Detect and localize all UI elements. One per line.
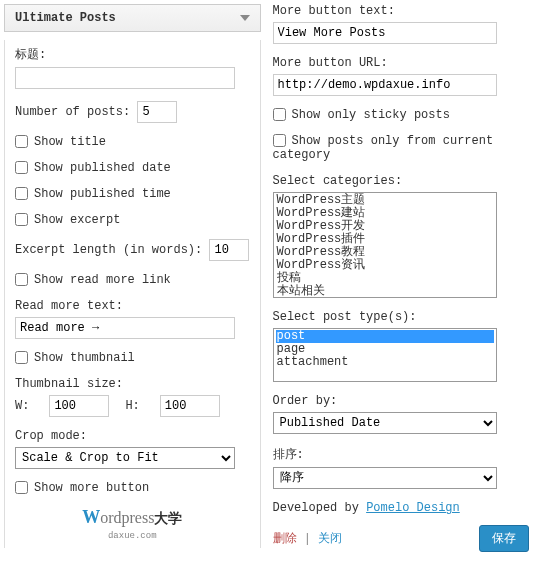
show-pub-time-label: Show published time	[34, 187, 171, 201]
show-more-btn-checkbox[interactable]	[15, 481, 28, 494]
sticky-only-checkbox[interactable]	[273, 108, 286, 121]
show-pub-time-checkbox[interactable]	[15, 187, 28, 200]
sel-types-label: Select post type(s):	[273, 310, 530, 324]
title-field: 标题:	[15, 46, 250, 89]
more-url-input[interactable]	[273, 74, 497, 96]
list-item[interactable]: 本站相关	[276, 285, 494, 298]
show-excerpt-checkbox[interactable]	[15, 213, 28, 226]
list-item[interactable]: attachment	[276, 356, 494, 369]
action-links: 删除 | 关闭	[273, 530, 343, 547]
sort-field: 排序: 降序	[273, 446, 530, 489]
more-url-label: More button URL:	[273, 56, 530, 70]
show-thumb-checkbox[interactable]	[15, 351, 28, 364]
excerpt-len-input[interactable]	[209, 239, 249, 261]
show-read-more-checkbox[interactable]	[15, 273, 28, 286]
save-button[interactable]: 保存	[479, 525, 529, 552]
more-btn-field: More button text:	[273, 4, 530, 44]
categories-multiselect[interactable]: WordPress主题 WordPress建站 WordPress开发 Word…	[273, 192, 497, 298]
more-btn-label: More button text:	[273, 4, 530, 18]
widget-title-text: Ultimate Posts	[15, 11, 116, 25]
close-link[interactable]: 关闭	[318, 532, 342, 546]
show-title-label: Show title	[34, 135, 106, 149]
types-multiselect[interactable]: post page attachment	[273, 328, 497, 382]
list-item[interactable]: post	[276, 330, 494, 343]
more-url-field: More button URL:	[273, 56, 530, 96]
show-pub-date-checkbox[interactable]	[15, 161, 28, 174]
widget-header[interactable]: Ultimate Posts	[4, 4, 261, 32]
thumb-h-input[interactable]	[160, 395, 220, 417]
order-by-field: Order by: Published Date	[273, 394, 530, 434]
excerpt-len-field: Excerpt length (in words):	[15, 239, 250, 261]
show-excerpt-label: Show excerpt	[34, 213, 120, 227]
current-cat-label: Show posts only from current category	[273, 134, 494, 162]
show-title-checkbox[interactable]	[15, 135, 28, 148]
thumb-h-label: H:	[125, 399, 139, 413]
current-cat-checkbox[interactable]	[273, 134, 286, 147]
crop-label: Crop mode:	[15, 429, 250, 443]
sort-label: 排序:	[273, 446, 530, 463]
list-item[interactable]: WordPress资讯	[276, 259, 494, 272]
num-posts-input[interactable]	[137, 101, 177, 123]
read-more-field: Read more text:	[15, 299, 250, 339]
sel-types-field: Select post type(s): post page attachmen…	[273, 310, 530, 382]
sel-cats-label: Select categories:	[273, 174, 530, 188]
thumb-size-field: Thumbnail size: W: H:	[15, 377, 250, 417]
thumb-size-label: Thumbnail size:	[15, 377, 250, 391]
show-pub-date-label: Show published date	[34, 161, 171, 175]
excerpt-len-label: Excerpt length (in words):	[15, 243, 202, 257]
order-by-label: Order by:	[273, 394, 530, 408]
crop-select[interactable]: Scale & Crop to Fit	[15, 447, 235, 469]
order-by-select[interactable]: Published Date	[273, 412, 497, 434]
thumb-w-label: W:	[15, 399, 29, 413]
thumb-w-input[interactable]	[49, 395, 109, 417]
num-posts-field: Number of posts:	[15, 101, 250, 123]
show-more-btn-label: Show more button	[34, 481, 149, 495]
developed-by: Developed by Pomelo Design	[273, 501, 530, 515]
num-posts-label: Number of posts:	[15, 105, 130, 119]
logo: Wordpress大学 daxue.com	[15, 507, 250, 542]
read-more-input[interactable]	[15, 317, 235, 339]
sort-select[interactable]: 降序	[273, 467, 497, 489]
title-label: 标题:	[15, 46, 250, 63]
dev-link[interactable]: Pomelo Design	[366, 501, 460, 515]
sticky-only-label: Show only sticky posts	[292, 108, 450, 122]
chevron-down-icon	[240, 15, 250, 21]
sel-cats-field: Select categories: WordPress主题 WordPress…	[273, 174, 530, 298]
show-thumb-label: Show thumbnail	[34, 351, 135, 365]
show-read-more-label: Show read more link	[34, 273, 171, 287]
crop-field: Crop mode: Scale & Crop to Fit	[15, 429, 250, 469]
delete-link[interactable]: 删除	[273, 532, 297, 546]
title-input[interactable]	[15, 67, 235, 89]
read-more-label: Read more text:	[15, 299, 250, 313]
more-btn-input[interactable]	[273, 22, 497, 44]
